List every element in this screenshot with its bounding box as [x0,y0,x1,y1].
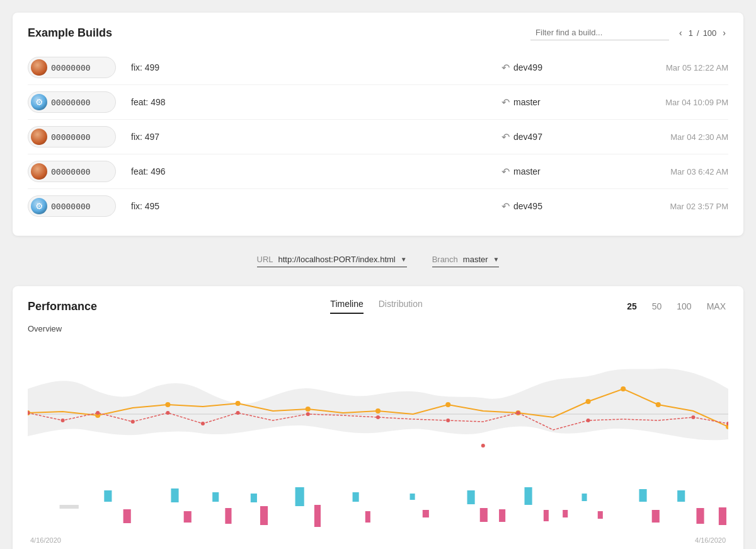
build-branch: ↶ dev499 [501,62,615,74]
table-row[interactable]: 00000000 feat: 498 ↶ master Mar 04 10:09… [28,85,728,120]
svg-rect-39 [353,492,359,502]
build-branch: ↶ master [501,96,615,108]
svg-point-23 [481,444,485,448]
range-100-button[interactable]: 100 [674,300,694,313]
builds-section: Example Builds ‹ 1 / 100 › 00000000 fix:… [13,13,743,236]
date-end: 4/16/2020 [695,536,726,544]
filter-input[interactable] [530,25,669,40]
svg-rect-60 [719,507,726,525]
branch-name: dev495 [513,201,542,211]
build-id-badge: 00000000 [28,161,116,182]
svg-rect-40 [410,494,415,500]
build-hash: 00000000 [51,132,91,142]
bar-chart-svg [28,487,728,531]
branch-name: master [513,166,541,176]
svg-point-6 [375,408,381,413]
svg-point-26 [691,415,695,419]
date-row: 4/16/2020 4/16/2020 [28,536,728,544]
build-date: Mar 02 3:57 PM [615,202,728,211]
tab-timeline[interactable]: Timeline [330,299,363,314]
svg-rect-57 [598,511,603,519]
branch-icon: ↶ [501,131,510,143]
overview-label: Overview [28,324,728,333]
svg-rect-34 [104,490,112,502]
build-name: fix: 497 [116,132,501,142]
range-25-button[interactable]: 25 [624,300,639,313]
build-branch: ↶ dev495 [501,200,615,212]
pagination-prev-button[interactable]: ‹ [677,26,685,39]
svg-rect-35 [171,488,178,502]
svg-rect-49 [260,506,268,525]
table-row[interactable]: 00000000 fix: 497 ↶ dev497 Mar 04 2:30 A… [28,120,728,154]
branch-name: master [513,97,541,107]
branch-icon: ↶ [501,166,510,178]
build-branch: ↶ dev497 [501,131,615,143]
build-name: feat: 498 [116,97,501,107]
svg-point-25 [587,419,590,422]
svg-rect-45 [677,490,685,502]
pagination-total: 100 [703,28,717,38]
avatar [31,163,47,180]
svg-rect-42 [525,487,532,505]
build-name: fix: 499 [116,62,501,72]
avatar [31,129,47,145]
build-date: Mar 04 10:09 PM [615,98,728,107]
svg-point-7 [445,402,450,407]
svg-point-4 [236,401,241,406]
performance-header: Performance Timeline Distribution 25 50 … [28,299,728,314]
table-row[interactable]: 00000000 feat: 496 ↶ master Mar 03 6:42 … [28,154,728,189]
pagination-current: 1 [689,28,693,38]
tab-distribution[interactable]: Distribution [379,299,423,314]
svg-rect-37 [251,494,257,502]
svg-rect-52 [423,510,429,517]
url-dropdown-icon: ▼ [401,256,407,263]
branch-value: master [463,255,488,264]
svg-rect-53 [480,508,488,522]
selectors-row: URL http://localhost:PORT/index.html ▼ B… [13,248,743,274]
avatar [31,198,47,214]
svg-rect-61 [60,505,79,509]
branch-name: dev497 [513,132,542,142]
svg-point-20 [306,412,310,416]
avatar [31,59,47,76]
svg-rect-55 [544,510,549,521]
avatar [31,94,47,110]
pagination-separator: / [697,28,699,38]
build-hash: 00000000 [51,202,91,211]
svg-rect-50 [314,505,321,527]
builds-header-right: ‹ 1 / 100 › [530,25,728,40]
svg-rect-43 [581,494,587,501]
svg-rect-54 [499,509,505,522]
svg-point-17 [166,411,169,415]
build-name: feat: 496 [116,166,501,176]
build-hash: 00000000 [51,63,91,72]
build-date: Mar 04 2:30 AM [615,132,728,142]
svg-rect-58 [652,510,660,523]
svg-rect-38 [295,487,304,506]
branch-icon: ↶ [501,200,510,212]
build-hash: 00000000 [51,98,91,107]
url-selector[interactable]: URL http://localhost:PORT/index.html ▼ [257,255,407,267]
build-hash: 00000000 [51,167,91,176]
svg-point-11 [656,402,661,407]
build-date: Mar 03 6:42 AM [615,167,728,176]
svg-rect-44 [639,489,646,502]
svg-point-16 [131,420,135,424]
build-id-badge: 00000000 [28,91,116,113]
svg-point-9 [586,399,591,404]
range-max-button[interactable]: MAX [704,300,728,313]
range-50-button[interactable]: 50 [650,300,665,313]
builds-title: Example Builds [28,26,112,40]
svg-point-18 [201,422,205,425]
branch-icon: ↶ [501,96,510,108]
pagination-next-button[interactable]: › [720,26,728,39]
svg-point-24 [516,411,520,415]
builds-header: Example Builds ‹ 1 / 100 › [28,25,728,40]
branch-selector[interactable]: Branch master ▼ [432,255,500,267]
svg-rect-48 [225,508,231,524]
table-row[interactable]: 00000000 fix: 495 ↶ dev495 Mar 02 3:57 P… [28,189,728,223]
build-id-badge: 00000000 [28,195,116,217]
svg-point-3 [165,402,170,407]
svg-point-19 [236,411,240,415]
table-row[interactable]: 00000000 fix: 499 ↶ dev499 Mar 05 12:22 … [28,50,728,85]
